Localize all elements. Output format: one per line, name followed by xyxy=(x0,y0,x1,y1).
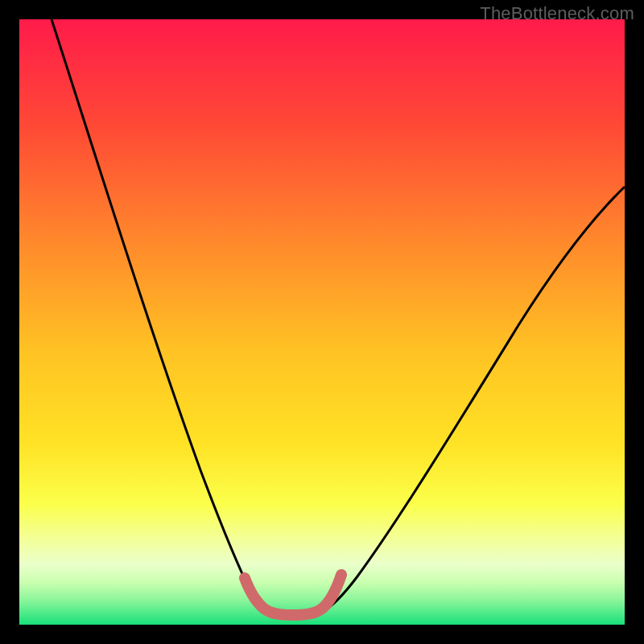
chart-frame xyxy=(19,19,625,625)
watermark-text: TheBottleneck.com xyxy=(480,3,634,24)
gradient-bg xyxy=(19,19,625,625)
chart-plot xyxy=(19,19,625,625)
